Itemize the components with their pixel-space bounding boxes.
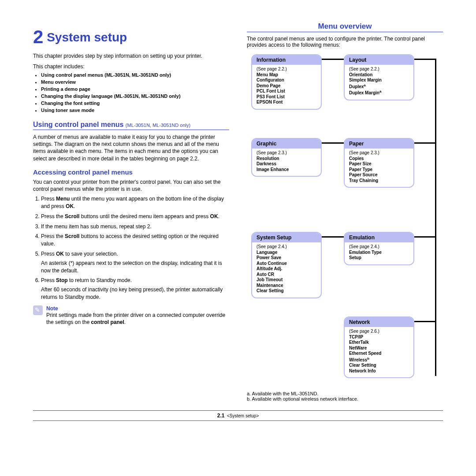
toc-item: Changing the display language (ML-3051N,…: [41, 93, 229, 99]
menu-box-title: Network: [345, 317, 413, 327]
step-text: Press the Scroll buttons to access the d…: [41, 233, 219, 247]
step-text: Press Stop to return to Standby mode.: [41, 277, 132, 283]
menu-box-title: Emulation: [345, 233, 413, 242]
toc-item: Changing the font setting: [41, 100, 229, 106]
step-item: Press Menu until the menu you want appea…: [41, 195, 229, 210]
chapter-intro: This chapter provides step by step infor…: [33, 53, 229, 59]
step-item: Press the Scroll buttons until the desir…: [41, 213, 229, 220]
menu-box-body: (See page 2.2.) OrientationSimplex Margi…: [345, 65, 413, 100]
left-column: 2 System setup This chapter provides ste…: [33, 22, 229, 402]
see-ref: (See page 2.4.): [257, 244, 316, 250]
section-title: Using control panel menus: [33, 121, 123, 128]
step-extra: An asterisk (*) appears next to the sele…: [41, 260, 229, 275]
menu-box-body: (See page 2.3.) ResolutionDarknessImage …: [252, 149, 321, 176]
menu-box-title: System Setup: [252, 233, 321, 242]
step-item: Press OK to save your selection. An aste…: [41, 250, 229, 274]
see-ref: (See page 2.2.): [257, 67, 316, 72]
right-column: Menu overview The control panel menus ar…: [247, 22, 443, 402]
menu-items: OrientationSimplex MarginDuplexaDuplex M…: [349, 72, 409, 97]
menu-box-body: (See page 2.6.) TCP/IPEtherTalkNetWareEt…: [345, 327, 413, 377]
menu-box-title: Information: [252, 55, 321, 65]
menu-box-network: Network (See page 2.6.) TCP/IPEtherTalkN…: [344, 316, 414, 378]
menu-items: TCP/IPEtherTalkNetWareEthernet SpeedWire…: [349, 335, 409, 374]
step-item: If the menu item has sub menus, repeat s…: [41, 223, 229, 231]
menu-box-title: Graphic: [252, 139, 321, 149]
step-text: Press Menu until the menu you want appea…: [41, 196, 224, 209]
step-text: Press the Scroll buttons until the desir…: [41, 213, 219, 219]
accessing-heading: Accessing control panel menus: [33, 168, 229, 176]
note-title: Note: [46, 305, 229, 312]
menu-box-body: (See page 2.4.) Emulation TypeSetup: [345, 242, 413, 264]
menu-box-title: Paper: [345, 139, 413, 149]
chapter-number: 2: [33, 26, 43, 47]
see-ref: (See page 2.3.): [349, 150, 409, 156]
menu-box-title: Layout: [345, 55, 413, 65]
menu-items: ResolutionDarknessImage Enhance: [257, 156, 316, 173]
diagram-spine: [435, 59, 436, 376]
note-text: Print settings made from the printer dri…: [46, 312, 229, 326]
menu-items: LanguagePower SaveAuto ContinueAltitude …: [257, 250, 316, 294]
chapter-heading: 2 System setup: [33, 26, 229, 48]
see-ref: (See page 2.4.): [349, 244, 409, 250]
menu-box-body: (See page 2.4.) LanguagePower SaveAuto C…: [252, 242, 321, 298]
includes-label: This chapter includes:: [33, 63, 229, 70]
see-ref: (See page 2.3.): [257, 150, 316, 156]
step-text: Press OK to save your selection.: [41, 251, 118, 257]
step-text: If the menu item has sub menus, repeat s…: [41, 223, 152, 230]
menu-overview-intro: The control panel menus are used to conf…: [247, 36, 443, 48]
toc-item: Using toner save mode: [41, 108, 229, 113]
chapter-title: System setup: [47, 30, 127, 44]
section1-para: A number of menus are available to make …: [33, 134, 229, 162]
page-footer: 2.1 <System setup>: [33, 410, 443, 421]
steps-list: Press Menu until the menu you want appea…: [33, 195, 229, 301]
menu-box-layout: Layout (See page 2.2.) OrientationSimple…: [344, 54, 414, 100]
menu-box-system-setup: System Setup (See page 2.4.) LanguagePow…: [251, 232, 322, 298]
page-number: 2.1: [217, 413, 225, 419]
footer-label: <System setup>: [227, 413, 259, 418]
menu-diagram: Information (See page 2.2.) Menu MapConf…: [247, 54, 441, 389]
accessing-intro: You can control your printer from the pr…: [33, 178, 229, 193]
footnote-b: b. Available with optional wireless netw…: [247, 396, 443, 402]
step-extra: After 60 seconds of inactivity (no key b…: [41, 286, 229, 301]
step-item: Press Stop to return to Standby mode. Af…: [41, 277, 229, 301]
menu-box-body: (See page 2.2.) Menu MapConfiguratonDemo…: [252, 65, 321, 109]
toc-item: Menu overview: [41, 79, 229, 85]
step-item: Press the Scroll buttons to access the d…: [41, 233, 229, 248]
menu-box-paper: Paper (See page 2.3.) CopiesPaper SizePa…: [344, 138, 414, 188]
page-columns: 2 System setup This chapter provides ste…: [33, 22, 443, 402]
menu-box-graphic: Graphic (See page 2.3.) ResolutionDarkne…: [251, 138, 322, 177]
see-ref: (See page 2.2.): [349, 67, 409, 72]
footnote-a: a. Available with the ML-3051ND.: [247, 391, 443, 396]
toc-item: Printing a demo page: [41, 86, 229, 92]
footnotes: a. Available with the ML-3051ND. b. Avai…: [247, 391, 443, 402]
toc-item: Using control panel menus (ML-3051N, ML-…: [41, 72, 229, 78]
section-using-control-panel: Using control panel menus (ML-3051N, ML-…: [33, 121, 229, 130]
toc-list: Using control panel menus (ML-3051N, ML-…: [41, 72, 229, 113]
menu-box-emulation: Emulation (See page 2.4.) Emulation Type…: [344, 232, 414, 265]
see-ref: (See page 2.6.): [349, 329, 409, 335]
note-icon: [33, 305, 43, 315]
menu-items: Menu MapConfiguratonDemo PagePCL Font Li…: [257, 72, 316, 105]
note-block: Note Print settings made from the printe…: [33, 305, 229, 326]
menu-overview-heading: Menu overview: [247, 22, 443, 32]
menu-items: Emulation TypeSetup: [349, 250, 409, 261]
menu-box-body: (See page 2.3.) CopiesPaper SizePaper Ty…: [345, 149, 413, 187]
section-sub: (ML-3051N, ML-3051ND only): [126, 123, 190, 128]
note-content: Note Print settings made from the printe…: [46, 305, 229, 326]
menu-items: CopiesPaper SizePaper TypePaper SourceTr…: [349, 156, 409, 184]
menu-box-information: Information (See page 2.2.) Menu MapConf…: [251, 54, 322, 110]
